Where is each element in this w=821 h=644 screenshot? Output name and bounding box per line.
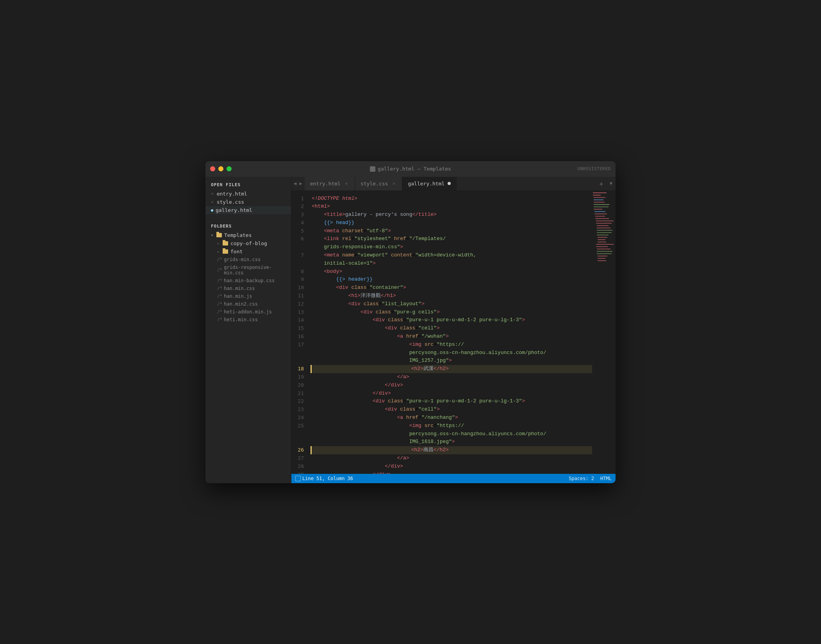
open-files-title: OPEN FILES [205, 177, 291, 190]
modified-dot-icon: ● [211, 208, 213, 212]
sidebar-file-style[interactable]: × style.css [205, 198, 291, 206]
tab-close-icon[interactable]: × [344, 181, 349, 186]
file-name: han.min.css [224, 286, 255, 291]
svg-rect-2 [593, 195, 601, 196]
file-grids-responsive-min[interactable]: /* grids-responsive-min.css [205, 263, 291, 277]
file-type-icon: /* [217, 294, 222, 299]
svg-rect-29 [598, 258, 605, 259]
svg-rect-0 [592, 191, 616, 474]
status-bar: Line 51, Column 36 Spaces: 2 HTML [291, 474, 616, 483]
svg-rect-6 [594, 204, 609, 205]
file-name: grids-min.css [224, 257, 261, 262]
tab-gallery-html[interactable]: gallery.html [402, 177, 457, 190]
minimize-button[interactable] [218, 166, 223, 171]
svg-rect-22 [598, 242, 606, 242]
close-icon[interactable]: × [211, 191, 214, 196]
subfolder-font[interactable]: ▸ font [205, 247, 291, 256]
unregistered-badge: UNREGISTERED [578, 166, 611, 171]
titlebar-title: gallery.html — Templates [370, 166, 451, 172]
svg-rect-15 [597, 225, 609, 226]
subfolder-name: font [230, 249, 243, 254]
tab-label: entry.html [310, 181, 341, 187]
file-han-min[interactable]: /* han.min.css [205, 285, 291, 292]
svg-rect-21 [598, 239, 605, 240]
file-han-min2[interactable]: /* han.min2.css [205, 300, 291, 308]
svg-rect-1 [593, 192, 607, 193]
chevron-right-icon: ▸ [217, 241, 220, 246]
tab-label: gallery.html [408, 181, 444, 187]
file-type-icon: /* [217, 278, 222, 283]
file-type-icon: /* [217, 317, 222, 322]
code-content[interactable]: <!DOCTYPE html><html> <title>gallery - p… [309, 191, 592, 474]
new-tab-button[interactable]: + [596, 180, 607, 188]
svg-rect-18 [597, 232, 612, 233]
traffic-lights [210, 166, 232, 171]
file-type-icon: /* [217, 286, 222, 291]
tab-label: style.css [361, 181, 388, 187]
file-han-min-js[interactable]: /* han.min.js [205, 292, 291, 300]
sidebar: OPEN FILES × entry.html × style.css ● ga… [205, 177, 291, 483]
language-indicator[interactable]: HTML [600, 476, 612, 481]
main-content: OPEN FILES × entry.html × style.css ● ga… [205, 177, 616, 483]
sidebar-file-gallery[interactable]: ● gallery.html [205, 206, 291, 214]
folders-section: FOLDERS ▾ Templates ▸ copy-of-blog ▸ fon… [205, 218, 291, 324]
svg-rect-25 [597, 249, 610, 249]
svg-rect-10 [594, 213, 607, 214]
sidebar-filename: style.css [217, 199, 244, 205]
file-heti-min[interactable]: /* heti.min.css [205, 316, 291, 324]
svg-rect-12 [595, 218, 609, 219]
editor-area: ◀ ▶ entry.html × style.css × gallery.htm… [291, 177, 616, 483]
svg-rect-16 [597, 228, 610, 228]
svg-rect-3 [594, 197, 605, 198]
code-editor[interactable]: 1234567891011121314151617181920212223242… [291, 191, 616, 474]
tab-dropdown-button[interactable]: ▼ [607, 181, 616, 186]
svg-rect-14 [596, 223, 612, 224]
sidebar-filename: gallery.html [216, 207, 252, 213]
subfolder-icon [223, 249, 228, 254]
svg-rect-24 [596, 246, 608, 247]
minimap [592, 191, 616, 474]
spaces-indicator[interactable]: Spaces: 2 [569, 476, 594, 481]
file-type-icon: /* [217, 309, 222, 314]
svg-rect-5 [594, 202, 605, 203]
close-icon[interactable]: × [211, 199, 214, 205]
file-name: han.min.js [224, 294, 252, 299]
sidebar-file-entry[interactable]: × entry.html [205, 190, 291, 198]
tab-style-css[interactable]: style.css × [355, 177, 402, 190]
svg-rect-26 [597, 251, 612, 252]
file-heti-addon[interactable]: /* heti-addon.min.js [205, 308, 291, 316]
file-grids-min[interactable]: /* grids-min.css [205, 256, 291, 263]
file-han-min-backup[interactable]: /* han.min-backup.css [205, 277, 291, 285]
subfolder-name: copy-of-blog [230, 240, 267, 246]
unsaved-dot-icon [448, 182, 451, 185]
tab-entry-html[interactable]: entry.html × [305, 177, 355, 190]
close-button[interactable] [210, 166, 215, 171]
file-name: han.min-backup.css [224, 278, 275, 283]
folders-title: FOLDERS [205, 218, 291, 231]
tab-close-icon[interactable]: × [391, 181, 396, 186]
svg-rect-9 [594, 211, 605, 212]
svg-rect-7 [594, 206, 609, 207]
tab-nav-left[interactable]: ◀ ▶ [291, 177, 305, 190]
app-window: gallery.html — Templates UNREGISTERED OP… [205, 161, 616, 483]
chevron-down-icon: ▾ [211, 233, 213, 237]
folder-templates[interactable]: ▾ Templates [205, 231, 291, 239]
svg-rect-13 [596, 221, 614, 221]
folder-name: Templates [224, 232, 252, 238]
subfolder-copy-of-blog[interactable]: ▸ copy-of-blog [205, 239, 291, 247]
svg-rect-8 [594, 209, 602, 210]
folder-icon [216, 233, 222, 237]
line-numbers: 1234567891011121314151617181920212223242… [291, 191, 309, 474]
file-name: grids-responsive-min.css [224, 265, 286, 276]
status-left: Line 51, Column 36 [295, 476, 353, 481]
svg-rect-20 [598, 237, 607, 238]
sidebar-filename: entry.html [217, 191, 247, 197]
file-type-icon: /* [217, 257, 222, 262]
svg-rect-23 [596, 244, 614, 245]
file-name: heti-addon.min.js [224, 309, 272, 315]
svg-rect-28 [598, 256, 607, 256]
maximize-button[interactable] [227, 166, 232, 171]
file-type-icon: /* [217, 267, 222, 272]
status-right: Spaces: 2 HTML [569, 476, 612, 481]
file-icon [370, 166, 375, 172]
